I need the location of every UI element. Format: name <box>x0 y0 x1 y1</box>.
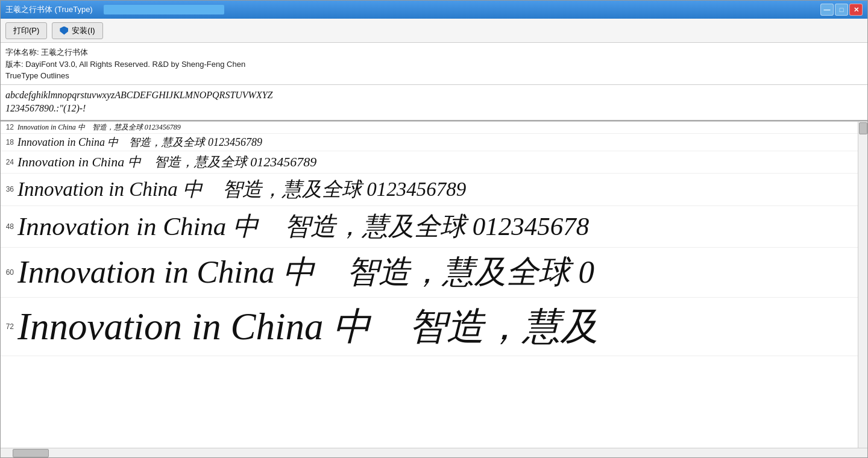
sample-text-24: Innovation in China 中 智造，慧及全球 0123456789 <box>17 153 316 171</box>
sample-row-18: 18 Innovation in China 中 智造，慧及全球 0123456… <box>1 134 867 151</box>
titlebar: 王羲之行书体 (TrueType) — □ ✕ <box>1 1 867 19</box>
type-line: TrueType Outlines <box>5 70 863 82</box>
maximize-button[interactable]: □ <box>835 4 848 16</box>
font-name-label: 字体名称: <box>5 48 39 57</box>
print-label: 打印(P) <box>13 25 39 36</box>
font-name-line: 字体名称: 王羲之行书体 <box>5 46 863 58</box>
window-title: 王羲之行书体 (TrueType) <box>5 4 93 15</box>
minimize-button[interactable]: — <box>820 4 834 16</box>
glyph-preview-section: abcdefghiklmnopqrstuvwxyzABCDEFGHIJKLMNO… <box>1 85 867 121</box>
glyph-line-1: abcdefghiklmnopqrstuvwxyzABCDEFGHIJKLMNO… <box>5 89 863 102</box>
size-label-24: 24 <box>1 158 17 166</box>
size-label-48: 48 <box>1 222 17 231</box>
titlebar-left: 王羲之行书体 (TrueType) <box>5 4 224 15</box>
sample-text-18: Innovation in China 中 智造，慧及全球 0123456789 <box>17 135 262 149</box>
size-label-12: 12 <box>1 123 17 131</box>
horizontal-scrollbar[interactable] <box>1 448 867 457</box>
toolbar: 打印(P) 安装(I) <box>1 19 867 43</box>
titlebar-controls: — □ ✕ <box>820 4 863 16</box>
sample-text-12: Innovation in China 中 智造，慧及全球 0123456789 <box>17 122 181 133</box>
size-label-72: 72 <box>1 322 17 331</box>
version-line: 版本: DayiFont V3.0, All Rights Reserved. … <box>5 58 863 71</box>
sample-row-60: 60 Innovation in China 中 智造，慧及全球 0 <box>1 248 867 298</box>
scrollbar-thumb[interactable] <box>859 122 867 134</box>
size-label-60: 60 <box>1 268 17 277</box>
sample-row-48: 48 Innovation in China 中 智造，慧及全球 0123456… <box>1 206 867 248</box>
sample-row-12: 12 Innovation in China 中 智造，慧及全球 0123456… <box>1 122 867 134</box>
size-label-36: 36 <box>1 185 17 193</box>
h-scrollbar-thumb[interactable] <box>13 449 49 457</box>
type-value: TrueType Outlines <box>5 71 69 80</box>
version-value: DayiFont V3.0, All Rights Reserved. R&D … <box>25 60 245 69</box>
sample-text-36: Innovation in China 中 智造，慧及全球 0123456789 <box>17 176 466 203</box>
close-button[interactable]: ✕ <box>849 4 863 16</box>
install-button[interactable]: 安装(I) <box>52 22 102 39</box>
glyph-line-2: 1234567890.:"(12)-! <box>5 102 863 115</box>
version-label: 版本: <box>5 60 24 69</box>
main-window: 王羲之行书体 (TrueType) — □ ✕ 打印(P) 安装(I) 字体名称… <box>0 0 868 458</box>
close-icon: ✕ <box>854 6 859 14</box>
maximize-icon: □ <box>840 6 844 13</box>
sample-row-36: 36 Innovation in China 中 智造，慧及全球 0123456… <box>1 174 867 206</box>
install-label: 安装(I) <box>72 25 95 36</box>
font-info-section: 字体名称: 王羲之行书体 版本: DayiFont V3.0, All Righ… <box>1 43 867 85</box>
print-button[interactable]: 打印(P) <box>5 22 47 39</box>
shield-icon <box>60 27 68 35</box>
vertical-scrollbar[interactable] <box>858 122 867 448</box>
sample-text-48: Innovation in China 中 智造，慧及全球 012345678 <box>17 209 589 244</box>
samples-section: 12 Innovation in China 中 智造，慧及全球 0123456… <box>1 122 867 448</box>
size-label-18: 18 <box>1 138 17 146</box>
font-name-value: 王羲之行书体 <box>41 48 88 57</box>
sample-row-72: 72 Innovation in China 中 智造，慧及 <box>1 298 867 356</box>
sample-text-60: Innovation in China 中 智造，慧及全球 0 <box>17 251 594 294</box>
titlebar-progress-bar <box>104 5 224 14</box>
sample-text-72: Innovation in China 中 智造，慧及 <box>17 301 599 353</box>
minimize-icon: — <box>824 6 831 13</box>
sample-row-24: 24 Innovation in China 中 智造，慧及全球 0123456… <box>1 151 867 174</box>
